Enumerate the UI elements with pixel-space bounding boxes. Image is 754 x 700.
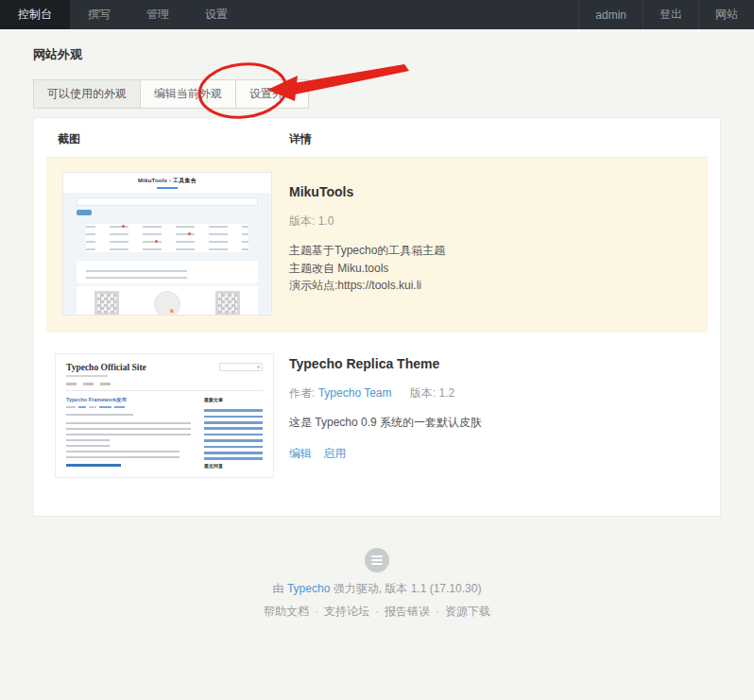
thumb-qr-item [94,291,119,316]
qr-code-placeholder [215,291,240,316]
thumb-blog-header: Typecho Official Site [66,363,263,377]
thumb-url-line [66,412,133,416]
replica-theme-screenshot: Typecho Official Site [55,353,274,478]
appearance-tabs: 可以使用的外观 编辑当前外观 设置外观 [33,79,721,109]
tab-edit-current-theme[interactable]: 编辑当前外观 [140,79,236,109]
description-line: 主题基于Typecho的工具箱主题 [289,242,696,260]
meta-bar [114,406,125,408]
tab-available-themes[interactable]: 可以使用的外观 [33,79,141,109]
mikutools-theme-screenshot: MikuTools - 工具集合 [62,172,272,316]
nav-item-manage[interactable]: 管理 [129,0,187,29]
red-dot [122,225,125,228]
table-header-row: 截图 详情 [46,118,708,158]
nav-bar-placeholder [100,383,111,385]
resources-link[interactable]: 资源下载 [445,605,490,618]
theme-meta: 作者: Typecho Team 版本: 1.2 [289,385,696,401]
thumb-tools-grid [77,218,258,258]
meta-bar [99,406,111,408]
edit-theme-link[interactable]: 编辑 [289,447,312,460]
meta-bar [78,406,86,408]
replica-screenshot-cell: Typecho Official Site [55,353,274,478]
nav-item-settings[interactable]: 设置 [187,0,246,29]
nav-item-user[interactable]: admin [578,0,643,29]
top-navbar: 控制台 撰写 管理 设置 admin 登出 网站 [0,0,754,29]
thumb-body [63,193,271,316]
magnifier-icon [257,366,260,368]
logo-bar [371,555,383,557]
thumb-next-post-link-bar [66,464,121,467]
thumb-post-title: Typecho Framework发布 [66,397,195,403]
red-dot [155,240,158,243]
nav-bar-placeholder [66,383,77,385]
theme-description: 主题基于Typecho的工具箱主题 主题改自 Miku.tools 演示站点:h… [289,242,696,295]
thumb-text-lines [86,265,187,279]
thumb-divider [66,390,263,391]
circle-image-placeholder [154,291,180,316]
thumb-blog-title-block: Typecho Official Site [66,363,146,377]
report-bug-link[interactable]: 报告错误 [385,605,430,618]
thumb-underline [157,187,178,189]
theme-version: 版本: 1.0 [289,213,696,230]
description-line: 主题改自 Miku.tools [289,260,696,278]
theme-name: Typecho Replica Theme [289,356,696,371]
nav-item-logout[interactable]: 登出 [643,0,698,29]
theme-version: 版本: 1.2 [410,386,454,400]
thumb-blog-subtitle-bar [66,375,108,377]
thumb-qr-item [215,291,240,316]
thumb-sidebar-links [204,405,263,460]
meta-bar [66,406,76,408]
red-dot [188,232,191,235]
thumb-search-box [219,363,263,371]
logo-bar [371,559,383,561]
tab-theme-settings[interactable]: 设置外观 [235,79,309,109]
powered-by-line: 由 Typecho 强力驱动, 版本 1.1 (17.10.30) [33,581,721,597]
theme-actions: 编辑 启用 [289,446,696,462]
qr-code-placeholder [94,291,119,316]
author-link[interactable]: Typecho Team [318,386,392,400]
thumb-columns: Typecho Framework发布 [66,397,263,469]
page-title: 网站外观 [33,46,721,63]
theme-description: 这是 Typecho 0.9 系统的一套默认皮肤 [289,414,696,432]
thumb-short-lines [66,439,110,447]
typecho-link[interactable]: Typecho [287,582,330,595]
thumb-notice-card [77,261,258,283]
description-line: 演示站点:https://tools.kui.li [289,277,696,295]
typecho-logo-icon [365,548,389,572]
thumb-site-header: MikuTools - 工具集合 [63,173,271,193]
thumb-post-column: Typecho Framework发布 [66,397,195,469]
navbar-user-menu: admin 登出 网站 [578,0,754,29]
navbar-menu: 控制台 撰写 管理 设置 [0,0,246,29]
help-docs-link[interactable]: 帮助文档 [264,605,309,618]
meta-bar [89,406,96,408]
powered-prefix: 由 [273,582,287,595]
column-header-screenshot: 截图 [58,131,289,147]
thumb-sidebar: 最新文章 最近回复 [204,397,263,469]
mikutools-screenshot-cell: MikuTools - 工具集合 [62,172,272,316]
replica-detail-cell: Typecho Replica Theme 作者: Typecho Team 版… [289,353,696,478]
themes-table-card: 截图 详情 MikuTools - 工具集合 [33,117,721,517]
enable-theme-link[interactable]: 启用 [323,447,346,460]
thumb-post-meta [66,406,195,408]
powered-suffix: 强力驱动, 版本 1.1 (17.10.30) [330,582,481,595]
footer-links: 帮助文档·支持论坛·报告错误·资源下载 [33,604,721,620]
mikutools-detail-cell: MikuTools 版本: 1.0 主题基于Typecho的工具箱主题 主题改自… [289,172,696,316]
admin-footer: 由 Typecho 强力驱动, 版本 1.1 (17.10.30) 帮助文档·支… [33,547,721,620]
nav-bar-placeholder [83,383,94,385]
theme-row-mikutools: MikuTools - 工具集合 [46,158,708,333]
thumb-paragraph [66,451,180,458]
main-content: 网站外观 可以使用的外观 编辑当前外观 设置外观 截图 详情 MikuTools… [0,46,754,620]
thumb-blog-title: Typecho Official Site [66,363,146,372]
thumb-image-row [77,286,258,316]
support-forum-link[interactable]: 支持论坛 [324,605,369,618]
thumb-paragraph [66,420,191,435]
logo-bar [371,563,383,565]
thumb-sidebar-heading: 最近回复 [204,463,263,469]
nav-item-console[interactable]: 控制台 [0,0,70,29]
thumb-circle-item [154,291,180,316]
nav-item-write[interactable]: 撰写 [70,0,129,29]
separator-dot: · [315,605,318,618]
thumb-nav-bars [66,383,263,385]
nav-item-site[interactable]: 网站 [698,0,754,29]
theme-row-replica: Typecho Official Site [46,333,708,516]
thumb-search-bar [77,197,258,206]
